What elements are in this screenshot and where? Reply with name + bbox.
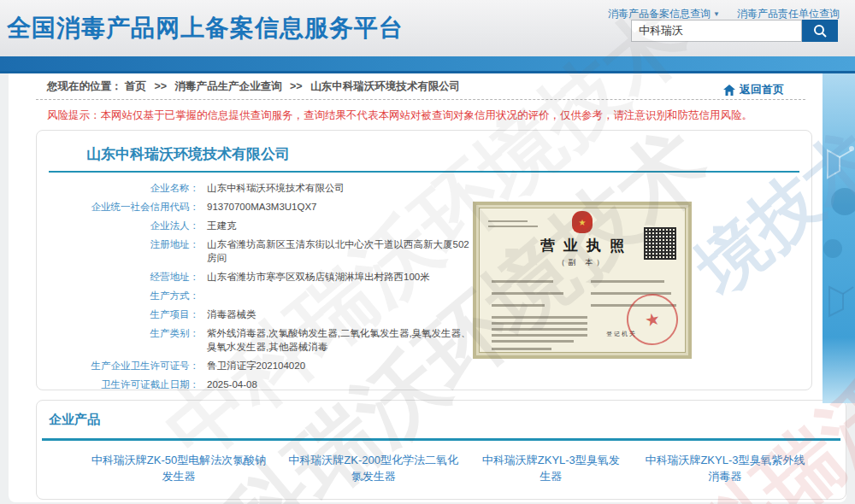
company-field-row: 注册地址： 山东省潍坊高新区玉清东街以北中心次干道以西高新大厦502房间 [37, 235, 498, 267]
license-text-line [492, 348, 551, 350]
risk-notice-label: 风险提示： [47, 109, 101, 121]
field-value: 山东中科瑞沃环境技术有限公司 [207, 181, 472, 195]
products-divider [42, 438, 840, 441]
field-label: 生产类别： [37, 326, 199, 354]
product-link[interactable]: 中科瑞沃牌ZKYL-3型臭氧发生器 [477, 452, 624, 484]
search-input[interactable] [631, 20, 802, 42]
business-license-image: ★ 营业执照 （副 本） 登记机关 ★ [473, 202, 692, 359]
breadcrumb-current-company: 山东中科瑞沃环境技术有限公司 [310, 80, 460, 92]
national-emblem-icon: ★ [572, 211, 593, 233]
company-field-row: 生产企业卫生许可证号： 鲁卫消证字202104020 [37, 356, 498, 375]
field-value: 王建克 [207, 219, 472, 232]
company-field-row: 生产项目： 消毒器械类 [37, 305, 498, 324]
chevron-down-icon: ▼ [713, 10, 720, 18]
license-text-line [492, 316, 587, 319]
field-label: 企业法人： [37, 219, 199, 232]
product-link[interactable]: 中科瑞沃牌ZKYL-3型臭氧紫外线消毒器 [643, 452, 807, 484]
molecule-graphic [823, 73, 855, 403]
field-label: 生产方式： [37, 289, 199, 302]
company-field-row: 生产类别： 紫外线消毒器,次氯酸钠发生器,二氧化氯发生器,臭氧发生器、臭氧水发生… [37, 324, 498, 356]
license-text-line [492, 334, 587, 337]
license-text-line [492, 280, 553, 283]
company-fields: 企业名称： 山东中科瑞沃环境技术有限公司 企业统一社会信用代码： 9137070… [37, 179, 498, 394]
company-field-row: 企业名称： 山东中科瑞沃环境技术有限公司 [37, 179, 498, 197]
field-value: 鲁卫消证字202104020 [207, 359, 472, 372]
products-title: 企业产品 [49, 412, 100, 428]
license-text-line [492, 322, 587, 325]
license-text-line [488, 220, 528, 222]
field-value: 山东省潍坊市寒亭区双杨店镇湖淋埠出村路西100米 [207, 270, 472, 284]
field-label: 企业统一社会信用代码： [37, 200, 199, 214]
company-field-row: 企业法人： 王建克 [37, 216, 498, 235]
company-title: 山东中科瑞沃环境技术有限公司 [86, 144, 290, 164]
field-value: 山东省潍坊高新区玉清东街以北中心次干道以西高新大厦502房间 [207, 237, 472, 265]
risk-notice: 风险提示：本网站仅基于已掌握的信息提供查询服务，查询结果不代表本网站对被查询对象… [47, 108, 752, 123]
field-value: 消毒器械类 [207, 308, 472, 321]
product-link[interactable]: 中科瑞沃牌ZK-50型电解法次氯酸钠发生器 [88, 452, 269, 484]
license-text-line [591, 280, 664, 283]
search-icon [812, 23, 828, 38]
license-text-line [492, 304, 545, 307]
qr-code [644, 227, 676, 260]
license-inner-frame: ★ 营业执照 （副 本） 登记机关 ★ [479, 208, 686, 353]
breadcrumb-prefix: 您现在的位置： [47, 80, 122, 92]
breadcrumb-divider [36, 99, 805, 100]
company-field-row: 企业统一社会信用代码： 91370700MA3M3U1QX7 [37, 197, 498, 216]
site-title: 全国消毒产品网上备案信息服务平台 [7, 12, 404, 44]
products-panel: 企业产品 中科瑞沃牌ZK-50型电解法次氯酸钠发生器 中科瑞沃牌ZK-200型化… [36, 400, 846, 500]
breadcrumb-enterprise-query[interactable]: 消毒产品生产企业查询 [175, 80, 282, 92]
field-value: 紫外线消毒器,次氯酸钠发生器,二氧化氯发生器,臭氧发生器、臭氧水发生器,其他器械… [207, 326, 472, 354]
search-button[interactable] [802, 20, 838, 42]
license-text-line [492, 340, 574, 343]
product-list: 中科瑞沃牌ZK-50型电解法次氯酸钠发生器 中科瑞沃牌ZK-200型化学法二氧化… [88, 452, 807, 484]
title-divider [49, 171, 799, 173]
home-icon [722, 84, 736, 97]
field-label: 注册地址： [37, 237, 199, 265]
field-label: 卫生许可证截止日期： [37, 378, 199, 391]
company-info-panel: 山东中科瑞沃环境技术有限公司 企业名称： 山东中科瑞沃环境技术有限公司 企业统一… [36, 130, 812, 390]
license-text-line [492, 328, 587, 331]
search-bar [631, 20, 838, 42]
field-label: 生产企业卫生许可证号： [37, 359, 199, 372]
field-value [207, 289, 472, 302]
risk-notice-text: 本网站仅基于已掌握的信息提供查询服务，查询结果不代表本网站对被查询对象信用状况的… [101, 109, 753, 121]
header-accent-bar [0, 56, 855, 73]
company-field-row: 经营地址： 山东省潍坊市寒亭区双杨店镇湖淋埠出村路西100米 [37, 267, 498, 286]
breadcrumb-home[interactable]: 首页 [125, 80, 146, 92]
field-value: 91370700MA3M3U1QX7 [207, 200, 472, 214]
field-label: 企业名称： [37, 181, 199, 195]
field-label: 生产项目： [37, 308, 199, 321]
molecule-decoration [823, 73, 855, 403]
field-label: 经营地址： [37, 270, 199, 284]
page-header: 全国消毒产品网上备案信息服务平台 消毒产品备案信息查询 ▼ 消毒产品责任单位查询 [0, 0, 855, 56]
red-seal-icon: ★ [622, 289, 682, 349]
company-field-row: 生产方式： [37, 286, 498, 305]
license-text-line [492, 292, 563, 295]
breadcrumb-separator: >> [154, 80, 167, 92]
breadcrumb-separator: >> [290, 80, 303, 92]
field-value: 2025-04-08 [207, 378, 472, 391]
product-link[interactable]: 中科瑞沃牌ZK-200型化学法二氧化氯发生器 [288, 452, 459, 484]
back-home-link[interactable]: 返回首页 [722, 82, 784, 97]
back-home-label: 返回首页 [740, 82, 784, 97]
company-field-row: 卫生许可证截止日期： 2025-04-08 [37, 375, 498, 394]
breadcrumb: 您现在的位置： 首页 >> 消毒产品生产企业查询 >> 山东中科瑞沃环境技术有限… [47, 79, 460, 94]
license-text-line [488, 226, 538, 227]
